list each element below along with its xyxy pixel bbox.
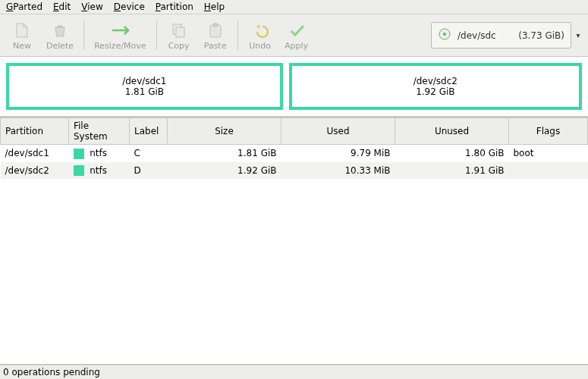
- col-partition[interactable]: Partition: [1, 118, 69, 145]
- paste-label: Paste: [204, 41, 227, 51]
- separator: [156, 20, 157, 50]
- cell-unused: 1.91 GiB: [395, 162, 509, 180]
- resize-button[interactable]: Resize/Move: [89, 17, 151, 53]
- undo-icon: [252, 21, 269, 39]
- undo-label: Undo: [249, 41, 271, 51]
- partition-table: Partition File System Label Size Used Un…: [0, 117, 588, 179]
- partition-block-name: /dev/sdc2: [413, 76, 458, 86]
- drive-icon: [438, 27, 451, 43]
- delete-button[interactable]: Delete: [41, 17, 79, 53]
- device-selector[interactable]: /dev/sdc (3.73 GiB): [431, 22, 571, 49]
- status-text: 0 operations pending: [3, 367, 100, 377]
- svg-point-5: [443, 33, 446, 36]
- partition-block-1[interactable]: /dev/sdc1 1.81 GiB: [6, 63, 283, 110]
- col-size[interactable]: Size: [168, 118, 281, 145]
- resize-label: Resize/Move: [94, 41, 146, 51]
- col-label[interactable]: Label: [130, 118, 168, 145]
- paste-button[interactable]: Paste: [198, 17, 233, 53]
- undo-button[interactable]: Undo: [243, 17, 278, 53]
- file-new-icon: [14, 21, 30, 39]
- copy-label: Copy: [168, 41, 190, 51]
- partition-block-name: /dev/sdc1: [122, 76, 166, 86]
- cell-unused: 1.80 GiB: [395, 145, 509, 162]
- cell-flags: [509, 162, 588, 180]
- copy-button[interactable]: Copy: [162, 17, 197, 53]
- table-row[interactable]: /dev/sdc2 ntfs D 1.92 GiB 10.33 MiB 1.91…: [1, 162, 588, 180]
- menu-view[interactable]: View: [81, 2, 102, 12]
- partition-block-2[interactable]: /dev/sdc2 1.92 GiB: [289, 63, 582, 110]
- copy-icon: [171, 21, 187, 39]
- cell-filesystem: ntfs: [69, 162, 130, 180]
- trash-icon: [52, 21, 68, 39]
- cell-partition: /dev/sdc2: [1, 162, 69, 180]
- disk-visualization: /dev/sdc1 1.81 GiB /dev/sdc2 1.92 GiB: [0, 57, 588, 117]
- menubar: GParted Edit View Device Partition Help: [0, 0, 588, 14]
- cell-flags: boot: [509, 145, 588, 162]
- device-name: /dev/sdc: [458, 30, 496, 41]
- apply-button[interactable]: Apply: [279, 17, 314, 53]
- cell-label: C: [130, 145, 168, 162]
- cell-size: 1.81 GiB: [168, 145, 281, 162]
- toolbar: New Delete Resize/Move Copy Paste Undo: [0, 14, 588, 57]
- partition-block-size: 1.81 GiB: [125, 86, 164, 97]
- device-dropdown-arrow[interactable]: ▾: [573, 22, 583, 49]
- menu-help[interactable]: Help: [204, 2, 225, 12]
- cell-used: 10.33 MiB: [281, 162, 395, 180]
- menu-edit[interactable]: Edit: [53, 2, 71, 12]
- col-flags[interactable]: Flags: [509, 118, 588, 145]
- cell-label: D: [130, 162, 168, 180]
- col-used[interactable]: Used: [281, 118, 395, 145]
- status-bar: 0 operations pending: [0, 365, 588, 379]
- col-unused[interactable]: Unused: [395, 118, 509, 145]
- svg-rect-1: [176, 27, 184, 37]
- table-row[interactable]: /dev/sdc1 ntfs C 1.81 GiB 9.79 MiB 1.80 …: [1, 145, 588, 162]
- cell-filesystem: ntfs: [69, 145, 130, 162]
- menu-device[interactable]: Device: [114, 2, 145, 12]
- apply-label: Apply: [285, 41, 308, 51]
- new-button[interactable]: New: [5, 17, 39, 53]
- partition-table-container: Partition File System Label Size Used Un…: [0, 117, 588, 365]
- apply-icon: [288, 21, 305, 39]
- device-size: (3.73 GiB): [518, 30, 564, 41]
- svg-rect-3: [213, 23, 218, 27]
- separator: [83, 20, 84, 50]
- cell-partition: /dev/sdc1: [1, 145, 69, 162]
- cell-size: 1.92 GiB: [168, 162, 281, 180]
- menu-partition[interactable]: Partition: [156, 2, 193, 12]
- paste-icon: [207, 21, 224, 39]
- cell-used: 9.79 MiB: [281, 145, 395, 162]
- menu-gparted[interactable]: GParted: [6, 2, 42, 12]
- fs-color-swatch: [74, 165, 84, 176]
- partition-block-size: 1.92 GiB: [416, 86, 454, 97]
- new-label: New: [13, 41, 31, 51]
- separator: [237, 20, 238, 50]
- col-filesystem[interactable]: File System: [69, 118, 130, 145]
- delete-label: Delete: [46, 41, 74, 51]
- fs-color-swatch: [74, 149, 84, 159]
- resize-icon: [109, 21, 130, 39]
